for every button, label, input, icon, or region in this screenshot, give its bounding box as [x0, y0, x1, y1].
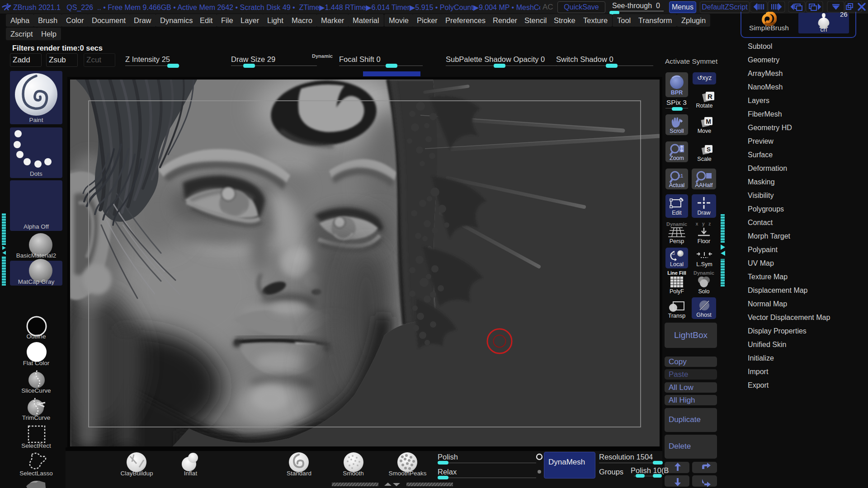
svg-text:x1: x1	[678, 173, 683, 178]
svg-text:M: M	[706, 118, 711, 125]
svg-text:G: G	[672, 251, 675, 256]
svg-text:R: R	[708, 93, 712, 100]
svg-text:S: S	[707, 146, 711, 153]
